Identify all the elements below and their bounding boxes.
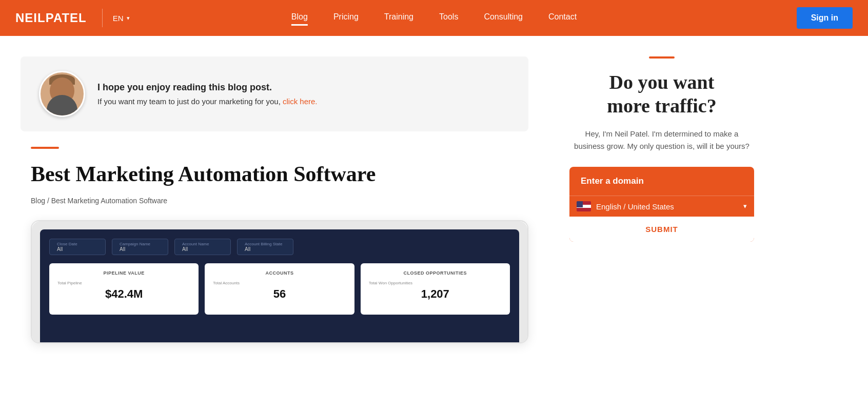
breadcrumb-blog[interactable]: Blog bbox=[31, 197, 45, 205]
crm-filter-billing: Account Billing State All bbox=[237, 239, 293, 255]
filter-value-account: All bbox=[182, 246, 188, 252]
main-content: I hope you enjoy reading this blog post.… bbox=[0, 36, 554, 364]
submit-button[interactable]: SUBMIT bbox=[645, 225, 678, 234]
banner-sub-pre: If you want my team to just do your mark… bbox=[97, 97, 281, 106]
filter-value-close-date: All bbox=[57, 246, 63, 252]
filter-value-campaign: All bbox=[120, 246, 125, 252]
featured-image: Close Date All Campaign Name All bbox=[31, 220, 528, 343]
logo[interactable]: NEILPATEL bbox=[15, 11, 87, 25]
nav-blog[interactable]: Blog bbox=[291, 12, 308, 24]
breadcrumb: Blog / Best Marketing Automation Softwar… bbox=[31, 197, 528, 205]
flag-canton bbox=[577, 201, 583, 207]
language-selector[interactable]: EN ▾ bbox=[113, 14, 130, 23]
banner-click-here-link[interactable]: click here. bbox=[283, 97, 318, 106]
lang-select-text: English / United States bbox=[596, 202, 738, 211]
chevron-down-icon: ▾ bbox=[127, 15, 130, 22]
us-flag-icon bbox=[577, 201, 591, 211]
crm-cards: PIPELINE VALUE Total Pipeline $42.4M ACC… bbox=[49, 263, 510, 315]
filter-label-close-date: Close Date bbox=[57, 242, 77, 246]
crm-card-pipeline-title: PIPELINE VALUE bbox=[57, 270, 190, 276]
avatar-body bbox=[47, 95, 77, 117]
breadcrumb-separator: / bbox=[47, 197, 51, 205]
crm-filter-close-date: Close Date All bbox=[49, 239, 106, 255]
filter-value-billing: All bbox=[245, 246, 250, 252]
laptop-screen: Close Date All Campaign Name All bbox=[40, 229, 519, 342]
page-wrapper: I hope you enjoy reading this blog post.… bbox=[0, 36, 868, 364]
domain-box: Enter a domain English / United States ▾… bbox=[569, 167, 754, 242]
crm-card-accounts-sub: Total Accounts bbox=[213, 281, 346, 285]
filter-label-account: Account Name bbox=[182, 242, 209, 246]
domain-lang-row[interactable]: English / United States ▾ bbox=[569, 196, 754, 217]
header-right: Sign in bbox=[797, 7, 853, 29]
submit-row: SUBMIT bbox=[569, 217, 754, 242]
nav-pricing[interactable]: Pricing bbox=[333, 12, 359, 24]
domain-header-label: Enter a domain bbox=[581, 176, 644, 186]
orange-accent bbox=[31, 147, 59, 149]
banner-sub-line: If you want my team to just do your mark… bbox=[97, 97, 510, 106]
nav-contact[interactable]: Contact bbox=[548, 12, 577, 24]
banner-bold-line: I hope you enjoy reading this blog post. bbox=[97, 82, 510, 93]
sidebar-heading-post: ? bbox=[707, 95, 717, 117]
domain-header: Enter a domain bbox=[569, 167, 754, 196]
crm-card-opp-title: CLOSED OPPORTUNITIES bbox=[369, 270, 502, 276]
crm-filter-campaign: Campaign Name All bbox=[112, 239, 168, 255]
header-divider bbox=[102, 9, 103, 27]
banner-text: I hope you enjoy reading this blog post.… bbox=[97, 82, 510, 106]
crm-card-pipeline-sub: Total Pipeline bbox=[57, 281, 190, 285]
crm-card-accounts-value: 56 bbox=[213, 287, 346, 301]
crm-card-opp-value: 1,207 bbox=[369, 287, 502, 301]
nav-training[interactable]: Training bbox=[384, 12, 413, 24]
site-header: NEILPATEL EN ▾ Blog Pricing Training Too… bbox=[0, 0, 868, 36]
crm-card-accounts-title: ACCOUNTS bbox=[213, 270, 346, 276]
crm-card-pipeline: PIPELINE VALUE Total Pipeline $42.4M bbox=[49, 263, 199, 315]
sidebar-subtext: Hey, I'm Neil Patel. I'm determined to m… bbox=[569, 128, 754, 152]
filter-label-campaign: Campaign Name bbox=[120, 242, 150, 246]
signin-button[interactable]: Sign in bbox=[797, 7, 853, 29]
filter-label-billing: Account Billing State bbox=[245, 242, 282, 246]
crm-card-opportunities: CLOSED OPPORTUNITIES Total Won Opportuni… bbox=[361, 263, 510, 315]
avatar bbox=[39, 71, 85, 117]
laptop-frame: Close Date All Campaign Name All bbox=[32, 221, 527, 342]
lang-label: EN bbox=[113, 14, 124, 23]
sidebar-heading-pre: Do you want bbox=[609, 71, 715, 93]
crm-card-accounts: ACCOUNTS Total Accounts 56 bbox=[205, 263, 354, 315]
crm-filters: Close Date All Campaign Name All bbox=[49, 239, 510, 255]
sidebar-heading: Do you want more traffic? bbox=[607, 71, 716, 118]
sidebar: Do you want more traffic? Hey, I'm Neil … bbox=[554, 36, 770, 364]
main-nav: Blog Pricing Training Tools Consulting C… bbox=[291, 12, 577, 24]
article-title: Best Marketing Automation Software bbox=[31, 162, 528, 186]
breadcrumb-current: Best Marketing Automation Software bbox=[51, 197, 167, 205]
crm-card-opp-sub: Total Won Opportunities bbox=[369, 281, 502, 285]
nav-tools[interactable]: Tools bbox=[439, 12, 458, 24]
crm-filter-account: Account Name All bbox=[174, 239, 231, 255]
sidebar-accent bbox=[649, 56, 675, 59]
crm-card-pipeline-value: $42.4M bbox=[57, 287, 190, 301]
blog-banner: I hope you enjoy reading this blog post.… bbox=[21, 56, 528, 131]
nav-consulting[interactable]: Consulting bbox=[484, 12, 523, 24]
lang-chevron-icon: ▾ bbox=[743, 202, 747, 210]
sidebar-heading-bold: more traffic bbox=[607, 95, 706, 117]
